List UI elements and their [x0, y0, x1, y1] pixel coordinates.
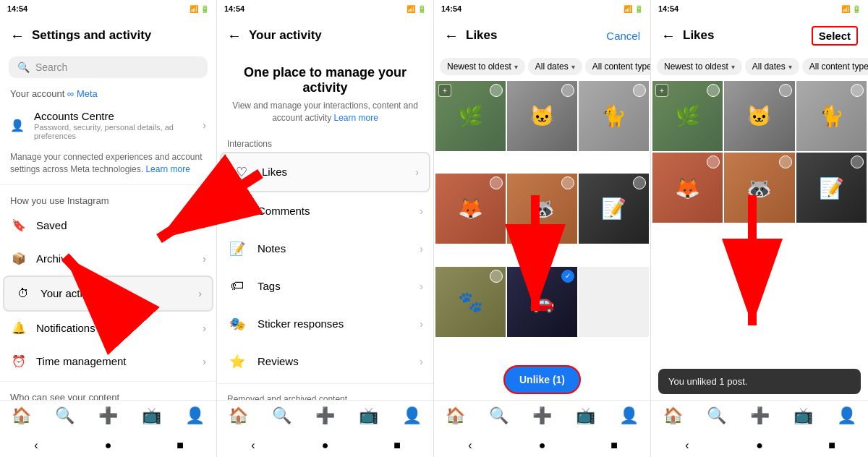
stickers-label: Sticker responses: [258, 317, 409, 330]
tags-label: Tags: [258, 280, 409, 292]
nav-home-1[interactable]: ●: [97, 438, 119, 453]
grid-item-4-4[interactable]: 🦊: [652, 153, 723, 223]
activity-likes[interactable]: ♡ Likes ›: [220, 152, 430, 192]
nav-recent-3[interactable]: ■: [603, 438, 625, 453]
search-icon-2[interactable]: 🔍: [272, 406, 292, 425]
grid-item-5[interactable]: 🦝: [507, 174, 577, 244]
filter-newest[interactable]: Newest to oldest ▾: [440, 58, 525, 75]
learn-more-link-1[interactable]: Learn more: [145, 164, 190, 174]
activity-stickers[interactable]: 🎭 Sticker responses ›: [217, 305, 433, 343]
grid-item-8[interactable]: 🚗 ✓: [507, 267, 577, 337]
divider-2: [0, 381, 216, 382]
reels-icon-4[interactable]: 📺: [793, 406, 813, 425]
search-icon-1[interactable]: 🔍: [55, 406, 75, 425]
select-checkbox-8[interactable]: ✓: [561, 270, 574, 283]
home-icon-1[interactable]: 🏠: [12, 406, 31, 425]
profile-icon-1[interactable]: 👤: [185, 406, 205, 425]
reels-icon-2[interactable]: 📺: [359, 406, 378, 425]
filter-content[interactable]: All content types ▾: [585, 58, 650, 75]
settings-scroll: Your account ∞ Meta 👤 Accounts Centre Pa…: [0, 81, 216, 400]
grid-item-4-6[interactable]: 📝: [796, 153, 867, 223]
back-button-3[interactable]: ←: [444, 27, 459, 44]
reels-icon-3[interactable]: 📺: [576, 406, 595, 425]
comments-icon: 💬: [227, 201, 247, 221]
search-icon-3[interactable]: 🔍: [489, 406, 509, 425]
cancel-button[interactable]: Cancel: [606, 30, 640, 42]
reels-icon-1[interactable]: 📺: [142, 406, 161, 425]
grid-item-4[interactable]: 🦊: [435, 174, 506, 244]
accounts-label: Accounts Centre: [34, 110, 194, 122]
profile-icon-3[interactable]: 👤: [619, 406, 639, 425]
likes-chevron: ›: [415, 166, 419, 178]
select-checkbox-2[interactable]: [561, 84, 574, 97]
accounts-icon: 👤: [10, 116, 25, 134]
home-icon-4[interactable]: 🏠: [663, 406, 683, 425]
profile-icon-4[interactable]: 👤: [837, 406, 856, 425]
grid-item-9: [579, 267, 649, 337]
grid-item-4-2[interactable]: 🐱: [724, 81, 794, 151]
filter-newest-4[interactable]: Newest to oldest ▾: [657, 58, 742, 75]
add-icon-2[interactable]: ➕: [315, 406, 335, 425]
filter-content-4[interactable]: All content types ▾: [802, 58, 868, 75]
activity-header-bar: ← Your activity: [217, 17, 433, 54]
grid-item-3[interactable]: 🐈: [579, 81, 649, 151]
select-cb-4-2[interactable]: [779, 84, 792, 97]
select-checkbox-3[interactable]: [633, 84, 646, 97]
select-checkbox-1[interactable]: [490, 84, 503, 97]
menu-your-activity[interactable]: ⏱ Your activity ›: [3, 276, 213, 312]
select-cb-4-3[interactable]: [851, 84, 864, 97]
back-button-2[interactable]: ←: [227, 27, 242, 44]
grid-item-2[interactable]: 🐱: [507, 81, 577, 151]
nav-home-2[interactable]: ●: [314, 438, 336, 453]
interactions-label: Interactions: [217, 132, 433, 152]
notifications-label: Notifications: [36, 322, 194, 334]
unlike-button[interactable]: Unlike (1): [503, 365, 581, 394]
activity-notes[interactable]: 📝 Notes ›: [217, 230, 433, 268]
home-icon-3[interactable]: 🏠: [446, 406, 465, 425]
menu-archive[interactable]: 📦 Archive ›: [0, 242, 216, 276]
grid-item-4-1[interactable]: 🌿 +: [652, 81, 723, 151]
activity-tags[interactable]: 🏷 Tags ›: [217, 268, 433, 305]
activity-comments[interactable]: 💬 Comments ›: [217, 192, 433, 230]
nav-recent-2[interactable]: ■: [386, 438, 408, 453]
notifications-icon: 🔔: [10, 320, 27, 337]
add-icon-1[interactable]: ➕: [98, 406, 118, 425]
select-cb-4-5[interactable]: [779, 155, 792, 168]
filter-dates-4[interactable]: All dates ▾: [745, 58, 799, 75]
grid-item-6[interactable]: 📝: [579, 174, 649, 244]
select-checkbox-7[interactable]: [490, 270, 503, 283]
grid-item-4-5[interactable]: 🦝: [724, 153, 794, 223]
home-icon-2[interactable]: 🏠: [229, 406, 248, 425]
back-button-4[interactable]: ←: [661, 27, 676, 44]
grid-item-4-3[interactable]: 🐈: [796, 81, 867, 151]
nav-back-4[interactable]: ‹: [676, 438, 698, 453]
nav-home-4[interactable]: ●: [749, 438, 770, 453]
search-box[interactable]: 🔍 Search: [9, 56, 208, 78]
grid-item-1[interactable]: 🌿 +: [435, 81, 506, 151]
learn-more-2[interactable]: Learn more: [334, 113, 378, 123]
menu-saved[interactable]: 🔖 Saved ›: [0, 209, 216, 242]
filter-dates[interactable]: All dates ▾: [528, 58, 582, 75]
nav-home-3[interactable]: ●: [531, 438, 553, 453]
add-icon-4[interactable]: ➕: [750, 406, 770, 425]
nav-recent-1[interactable]: ■: [169, 438, 191, 453]
profile-icon-2[interactable]: 👤: [402, 406, 422, 425]
search-icon-4[interactable]: 🔍: [707, 406, 726, 425]
hero-desc: View and manage your interactions, conte…: [231, 100, 419, 124]
grid-item-7[interactable]: 🐾: [435, 267, 506, 337]
menu-notifications[interactable]: 🔔 Notifications ›: [0, 312, 216, 345]
nav-back-1[interactable]: ‹: [25, 438, 47, 453]
likes-panel-3: 14:54 📶🔋 ← Likes Cancel Newest to oldest…: [434, 0, 651, 457]
search-icon: 🔍: [17, 61, 30, 73]
activity-reviews[interactable]: ⭐ Reviews ›: [217, 343, 433, 380]
nav-back-3[interactable]: ‹: [459, 438, 481, 453]
menu-time-management[interactable]: ⏰ Time management ›: [0, 345, 216, 378]
filter-bar-4: Newest to oldest ▾ All dates ▾ All conte…: [651, 54, 868, 80]
nav-back-2[interactable]: ‹: [242, 438, 264, 453]
menu-accounts-centre[interactable]: 👤 Accounts Centre Password, security, pe…: [0, 102, 216, 148]
likes-panel-4: 14:54 📶🔋 ← Likes Select Newest to oldest…: [651, 0, 868, 457]
add-icon-3[interactable]: ➕: [532, 406, 552, 425]
nav-recent-4[interactable]: ■: [821, 438, 843, 453]
back-button-1[interactable]: ←: [10, 27, 25, 44]
select-button[interactable]: Select: [812, 26, 858, 46]
